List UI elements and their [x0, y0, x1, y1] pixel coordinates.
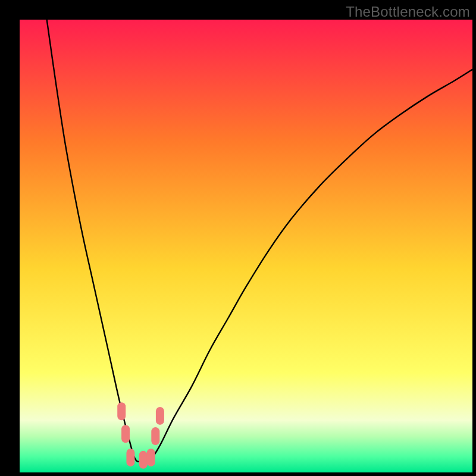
- watermark-text: TheBottleneck.com: [346, 4, 470, 20]
- plot-area: [20, 20, 472, 472]
- highlight-dot: [139, 451, 148, 469]
- bottleneck-chart: [20, 20, 472, 472]
- chart-frame: TheBottleneck.com: [0, 0, 476, 476]
- highlight-dot: [156, 407, 164, 425]
- highlight-dot: [121, 425, 130, 443]
- highlight-dot: [117, 402, 126, 420]
- highlight-dot: [126, 449, 134, 466]
- highlight-dot: [151, 427, 159, 445]
- gradient-background: [20, 20, 472, 472]
- highlight-dot: [147, 449, 155, 466]
